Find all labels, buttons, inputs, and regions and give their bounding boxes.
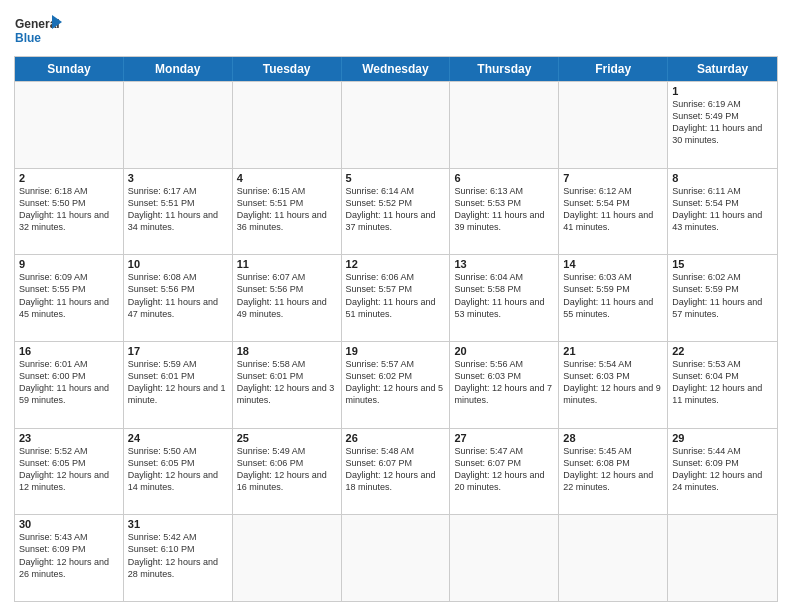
day-number: 3 [128, 172, 228, 184]
day-number: 22 [672, 345, 773, 357]
header-saturday: Saturday [668, 57, 777, 81]
week-row-1: 1Sunrise: 6:19 AM Sunset: 5:49 PM Daylig… [15, 81, 777, 168]
day-number: 26 [346, 432, 446, 444]
empty-cell-5-2 [233, 515, 342, 601]
day-info: Sunrise: 6:13 AM Sunset: 5:53 PM Dayligh… [454, 185, 554, 234]
day-number: 6 [454, 172, 554, 184]
day-number: 1 [672, 85, 773, 97]
calendar: SundayMondayTuesdayWednesdayThursdayFrid… [14, 56, 778, 602]
day-number: 2 [19, 172, 119, 184]
day-15: 15Sunrise: 6:02 AM Sunset: 5:59 PM Dayli… [668, 255, 777, 341]
day-17: 17Sunrise: 5:59 AM Sunset: 6:01 PM Dayli… [124, 342, 233, 428]
day-11: 11Sunrise: 6:07 AM Sunset: 5:56 PM Dayli… [233, 255, 342, 341]
day-info: Sunrise: 5:56 AM Sunset: 6:03 PM Dayligh… [454, 358, 554, 407]
empty-cell-0-4 [450, 82, 559, 168]
day-number: 11 [237, 258, 337, 270]
day-info: Sunrise: 6:01 AM Sunset: 6:00 PM Dayligh… [19, 358, 119, 407]
day-info: Sunrise: 5:53 AM Sunset: 6:04 PM Dayligh… [672, 358, 773, 407]
day-number: 31 [128, 518, 228, 530]
day-info: Sunrise: 5:45 AM Sunset: 6:08 PM Dayligh… [563, 445, 663, 494]
day-20: 20Sunrise: 5:56 AM Sunset: 6:03 PM Dayli… [450, 342, 559, 428]
day-number: 24 [128, 432, 228, 444]
day-29: 29Sunrise: 5:44 AM Sunset: 6:09 PM Dayli… [668, 429, 777, 515]
day-info: Sunrise: 5:52 AM Sunset: 6:05 PM Dayligh… [19, 445, 119, 494]
day-28: 28Sunrise: 5:45 AM Sunset: 6:08 PM Dayli… [559, 429, 668, 515]
day-27: 27Sunrise: 5:47 AM Sunset: 6:07 PM Dayli… [450, 429, 559, 515]
logo-svg: General Blue [14, 10, 64, 50]
day-info: Sunrise: 6:12 AM Sunset: 5:54 PM Dayligh… [563, 185, 663, 234]
week-row-5: 23Sunrise: 5:52 AM Sunset: 6:05 PM Dayli… [15, 428, 777, 515]
day-info: Sunrise: 6:15 AM Sunset: 5:51 PM Dayligh… [237, 185, 337, 234]
day-3: 3Sunrise: 6:17 AM Sunset: 5:51 PM Daylig… [124, 169, 233, 255]
empty-cell-5-4 [450, 515, 559, 601]
day-19: 19Sunrise: 5:57 AM Sunset: 6:02 PM Dayli… [342, 342, 451, 428]
header-wednesday: Wednesday [342, 57, 451, 81]
day-info: Sunrise: 5:48 AM Sunset: 6:07 PM Dayligh… [346, 445, 446, 494]
day-number: 21 [563, 345, 663, 357]
day-number: 4 [237, 172, 337, 184]
day-number: 18 [237, 345, 337, 357]
day-7: 7Sunrise: 6:12 AM Sunset: 5:54 PM Daylig… [559, 169, 668, 255]
day-info: Sunrise: 5:42 AM Sunset: 6:10 PM Dayligh… [128, 531, 228, 580]
day-number: 15 [672, 258, 773, 270]
header-sunday: Sunday [15, 57, 124, 81]
day-info: Sunrise: 5:59 AM Sunset: 6:01 PM Dayligh… [128, 358, 228, 407]
day-8: 8Sunrise: 6:11 AM Sunset: 5:54 PM Daylig… [668, 169, 777, 255]
day-info: Sunrise: 6:04 AM Sunset: 5:58 PM Dayligh… [454, 271, 554, 320]
day-6: 6Sunrise: 6:13 AM Sunset: 5:53 PM Daylig… [450, 169, 559, 255]
empty-cell-5-5 [559, 515, 668, 601]
day-info: Sunrise: 5:43 AM Sunset: 6:09 PM Dayligh… [19, 531, 119, 580]
day-number: 12 [346, 258, 446, 270]
day-info: Sunrise: 5:58 AM Sunset: 6:01 PM Dayligh… [237, 358, 337, 407]
day-number: 30 [19, 518, 119, 530]
empty-cell-0-0 [15, 82, 124, 168]
day-number: 27 [454, 432, 554, 444]
day-2: 2Sunrise: 6:18 AM Sunset: 5:50 PM Daylig… [15, 169, 124, 255]
week-row-4: 16Sunrise: 6:01 AM Sunset: 6:00 PM Dayli… [15, 341, 777, 428]
header-tuesday: Tuesday [233, 57, 342, 81]
day-12: 12Sunrise: 6:06 AM Sunset: 5:57 PM Dayli… [342, 255, 451, 341]
day-number: 19 [346, 345, 446, 357]
header-monday: Monday [124, 57, 233, 81]
day-info: Sunrise: 6:02 AM Sunset: 5:59 PM Dayligh… [672, 271, 773, 320]
day-1: 1Sunrise: 6:19 AM Sunset: 5:49 PM Daylig… [668, 82, 777, 168]
day-number: 29 [672, 432, 773, 444]
empty-cell-0-2 [233, 82, 342, 168]
day-info: Sunrise: 5:57 AM Sunset: 6:02 PM Dayligh… [346, 358, 446, 407]
day-info: Sunrise: 6:09 AM Sunset: 5:55 PM Dayligh… [19, 271, 119, 320]
day-number: 28 [563, 432, 663, 444]
day-13: 13Sunrise: 6:04 AM Sunset: 5:58 PM Dayli… [450, 255, 559, 341]
day-number: 9 [19, 258, 119, 270]
day-number: 25 [237, 432, 337, 444]
empty-cell-0-3 [342, 82, 451, 168]
day-16: 16Sunrise: 6:01 AM Sunset: 6:00 PM Dayli… [15, 342, 124, 428]
day-10: 10Sunrise: 6:08 AM Sunset: 5:56 PM Dayli… [124, 255, 233, 341]
day-number: 14 [563, 258, 663, 270]
day-info: Sunrise: 6:19 AM Sunset: 5:49 PM Dayligh… [672, 98, 773, 147]
day-number: 17 [128, 345, 228, 357]
day-number: 8 [672, 172, 773, 184]
day-5: 5Sunrise: 6:14 AM Sunset: 5:52 PM Daylig… [342, 169, 451, 255]
day-info: Sunrise: 6:17 AM Sunset: 5:51 PM Dayligh… [128, 185, 228, 234]
calendar-header: SundayMondayTuesdayWednesdayThursdayFrid… [15, 57, 777, 81]
day-info: Sunrise: 5:44 AM Sunset: 6:09 PM Dayligh… [672, 445, 773, 494]
header-friday: Friday [559, 57, 668, 81]
day-26: 26Sunrise: 5:48 AM Sunset: 6:07 PM Dayli… [342, 429, 451, 515]
week-row-3: 9Sunrise: 6:09 AM Sunset: 5:55 PM Daylig… [15, 254, 777, 341]
day-info: Sunrise: 6:18 AM Sunset: 5:50 PM Dayligh… [19, 185, 119, 234]
day-14: 14Sunrise: 6:03 AM Sunset: 5:59 PM Dayli… [559, 255, 668, 341]
day-number: 10 [128, 258, 228, 270]
day-info: Sunrise: 5:50 AM Sunset: 6:05 PM Dayligh… [128, 445, 228, 494]
day-info: Sunrise: 5:49 AM Sunset: 6:06 PM Dayligh… [237, 445, 337, 494]
day-info: Sunrise: 5:54 AM Sunset: 6:03 PM Dayligh… [563, 358, 663, 407]
empty-cell-5-6 [668, 515, 777, 601]
svg-text:Blue: Blue [15, 31, 41, 45]
week-row-2: 2Sunrise: 6:18 AM Sunset: 5:50 PM Daylig… [15, 168, 777, 255]
empty-cell-0-5 [559, 82, 668, 168]
day-24: 24Sunrise: 5:50 AM Sunset: 6:05 PM Dayli… [124, 429, 233, 515]
day-info: Sunrise: 6:11 AM Sunset: 5:54 PM Dayligh… [672, 185, 773, 234]
page-header: General Blue [14, 10, 778, 50]
day-18: 18Sunrise: 5:58 AM Sunset: 6:01 PM Dayli… [233, 342, 342, 428]
day-21: 21Sunrise: 5:54 AM Sunset: 6:03 PM Dayli… [559, 342, 668, 428]
day-number: 7 [563, 172, 663, 184]
